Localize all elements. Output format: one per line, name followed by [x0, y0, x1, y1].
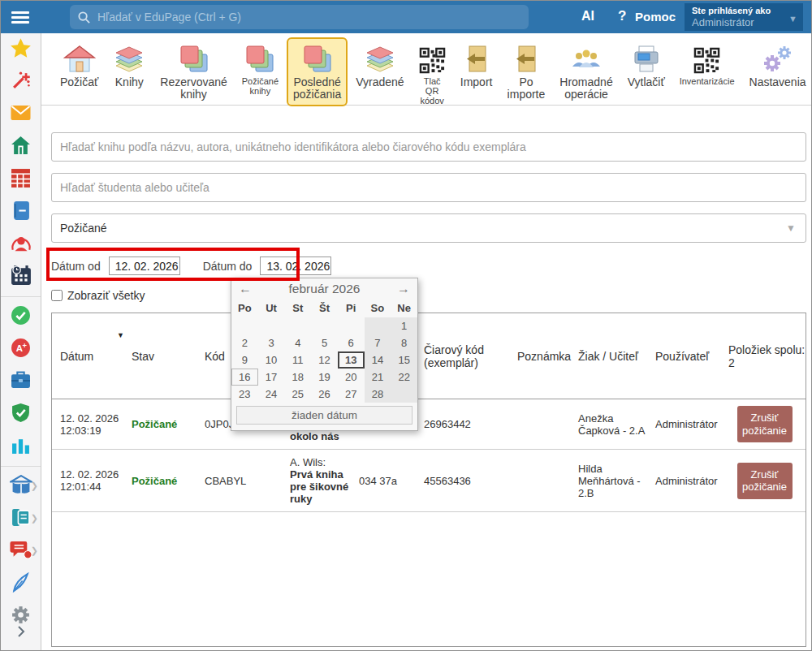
- calendar-day-cell[interactable]: 19: [311, 369, 338, 386]
- calendar-week-row: 16171819202122: [231, 369, 417, 386]
- loan-date-cell: 12. 02. 2026 12:01:44: [52, 468, 123, 493]
- calendar-day-cell[interactable]: 20: [338, 369, 365, 386]
- calendar-day-cell[interactable]: 18: [284, 369, 311, 386]
- student-search-input[interactable]: [51, 173, 806, 202]
- sidebar-item-attendance[interactable]: [1, 300, 41, 333]
- action-cell: Zrušiť požičanie: [720, 406, 806, 442]
- calendar-prev-month-icon[interactable]: ←: [239, 282, 253, 296]
- toolbar-item-hromadne-operacie[interactable]: Hromadné operácie: [553, 37, 619, 106]
- calendar-day-cell[interactable]: 11: [284, 351, 311, 369]
- date-to-input[interactable]: [260, 257, 331, 275]
- toolbar-item-knihy[interactable]: Knihy: [106, 37, 152, 93]
- calendar-day-cell[interactable]: 27: [338, 386, 365, 403]
- toolbar-item-pozicane-knihy[interactable]: Požičané knihy: [235, 37, 285, 101]
- book-search-input[interactable]: [51, 132, 806, 162]
- sidebar-item-security[interactable]: [1, 398, 41, 430]
- toolbar-item-nastavenia[interactable]: Nastavenia: [743, 37, 812, 93]
- sidebar-item-timetable[interactable]: [1, 163, 41, 196]
- calendar-day-cell[interactable]: 16: [231, 369, 258, 386]
- toolbar-item-pozicat[interactable]: Požičať: [54, 37, 105, 93]
- toolbar-item-import[interactable]: Import: [454, 37, 499, 93]
- toolbar-item-inventarizacie[interactable]: Inventarizácie: [673, 37, 741, 91]
- calendar-empty-cell: [231, 317, 258, 334]
- calendar-next-month-icon[interactable]: →: [395, 282, 410, 296]
- status-filter-select[interactable]: Požičané ▼: [51, 213, 806, 243]
- toolbar-item-posledne-pozicania[interactable]: Posledné požičania: [287, 37, 348, 106]
- ai-button[interactable]: AI: [581, 9, 594, 24]
- hamburger-menu-icon[interactable]: [11, 9, 31, 25]
- calendar-day-header: Pi: [338, 300, 365, 317]
- sidebar-collapse-button[interactable]: [1, 619, 41, 644]
- quill-icon: [11, 572, 31, 596]
- column-header[interactable]: Dátum▼: [52, 350, 123, 363]
- calendar-day-cell[interactable]: 12: [311, 351, 338, 369]
- help-button[interactable]: Pomoc: [635, 10, 676, 24]
- calendar-day-cell[interactable]: 24: [258, 386, 285, 403]
- calendar-day-cell[interactable]: 28: [365, 386, 391, 403]
- sidebar: A+❯❯❯: [1, 33, 41, 650]
- calendar-day-cell[interactable]: 1: [391, 317, 417, 334]
- calendar-day-header: Ut: [258, 300, 285, 317]
- check-circle-icon: [11, 305, 31, 329]
- star-icon: [10, 37, 32, 63]
- sidebar-item-library[interactable]: ❯: [1, 470, 41, 502]
- sidebar-item-messages[interactable]: ❯: [1, 535, 41, 567]
- toolbar-item-tlac-qr-kodov[interactable]: Tlač QR kódov: [412, 37, 452, 110]
- show-all-checkbox[interactable]: [51, 290, 63, 301]
- sidebar-item-statistics[interactable]: [1, 430, 41, 463]
- calendar-no-date-button[interactable]: žiaden dátum: [236, 406, 412, 425]
- sidebar-item-star[interactable]: [1, 33, 41, 66]
- sidebar-item-home[interactable]: [1, 131, 41, 163]
- chevron-right-icon: [15, 625, 28, 638]
- sidebar-item-calendar[interactable]: [1, 261, 41, 293]
- library-icon: [10, 475, 32, 498]
- chevron-right-icon: ❯: [31, 545, 38, 556]
- sidebar-item-mail[interactable]: [1, 98, 41, 131]
- sidebar-item-grades[interactable]: A+: [1, 333, 41, 365]
- toolbar-item-rezervovane-knihy[interactable]: Rezervované knihy: [153, 37, 234, 106]
- calendar-day-cell[interactable]: 26: [311, 386, 338, 403]
- global-search-input[interactable]: Hľadať v EduPage (Ctrl + G): [70, 5, 529, 29]
- toolbar-item-po-importe[interactable]: Po importe: [501, 37, 552, 106]
- calendar-day-cell[interactable]: 10: [258, 351, 285, 369]
- date-from-input[interactable]: [109, 257, 180, 275]
- calendar-day-cell[interactable]: 6: [338, 334, 365, 351]
- sidebar-item-notebook[interactable]: [1, 196, 41, 228]
- sidebar-item-magic-wand[interactable]: [1, 66, 41, 98]
- import-icon: [510, 41, 542, 74]
- calendar-day-cell[interactable]: 23: [231, 386, 258, 403]
- calendar-day-cell[interactable]: 3: [258, 334, 285, 351]
- column-header[interactable]: Stav: [123, 350, 197, 363]
- cancel-loan-button[interactable]: Zrušiť požičanie: [737, 406, 793, 442]
- calendar-day-cell[interactable]: 5: [311, 334, 338, 351]
- calendar-day-cell[interactable]: 22: [391, 369, 417, 386]
- signature-cell: 034 37a: [351, 475, 416, 487]
- sort-descending-icon[interactable]: ▼: [117, 331, 124, 339]
- calendar-day-cell[interactable]: 25: [284, 386, 311, 403]
- calendar-day-cell[interactable]: 17: [258, 369, 285, 386]
- sidebar-item-profile[interactable]: [1, 228, 41, 261]
- calendar-day-cell[interactable]: 4: [284, 334, 311, 351]
- sidebar-item-agenda[interactable]: [1, 365, 41, 398]
- calendar-day-cell[interactable]: 14: [365, 351, 391, 369]
- calendar-day-cell[interactable]: 7: [365, 334, 391, 351]
- help-icon[interactable]: ?: [618, 8, 626, 24]
- calendar-day-cell[interactable]: 15: [391, 351, 417, 369]
- toolbar-item-vytlacit[interactable]: Vytlačiť: [621, 37, 672, 93]
- shield-icon: [11, 403, 30, 426]
- cancel-loan-button[interactable]: Zrušiť požičanie: [737, 463, 793, 499]
- calendar-day-header: St: [284, 300, 311, 317]
- sidebar-item-documents[interactable]: ❯: [1, 502, 41, 535]
- toolbar-item-label: Vyradené: [356, 76, 404, 88]
- calendar-day-cell[interactable]: 2: [231, 334, 258, 351]
- logged-in-user-menu[interactable]: Ste prihlásený ako Administrátor ▼: [685, 3, 803, 31]
- book-stack-icon: [113, 41, 145, 74]
- notebook-icon: [11, 200, 30, 224]
- magic-wand-icon: [11, 71, 31, 94]
- calendar-day-cell[interactable]: 13: [338, 351, 365, 369]
- sidebar-item-exams[interactable]: [1, 567, 41, 600]
- calendar-day-cell[interactable]: 9: [231, 351, 258, 369]
- calendar-day-cell[interactable]: 8: [391, 334, 417, 351]
- toolbar-item-vyradene[interactable]: Vyradené: [349, 37, 410, 93]
- calendar-day-cell[interactable]: 21: [365, 369, 391, 386]
